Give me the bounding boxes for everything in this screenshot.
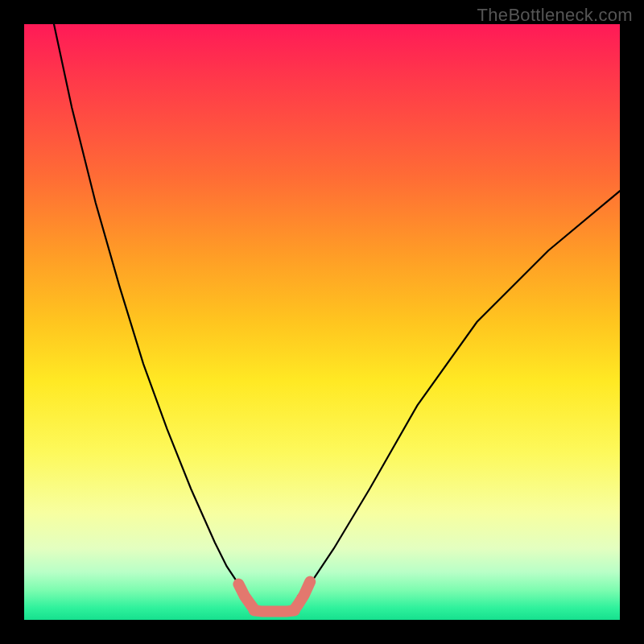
highlight-right bbox=[295, 582, 310, 609]
watermark-text: TheBottleneck.com bbox=[477, 5, 633, 26]
curve-svg bbox=[24, 24, 620, 620]
highlight-bottom bbox=[254, 610, 295, 611]
chart-frame: TheBottleneck.com bbox=[0, 0, 644, 644]
right-curve bbox=[298, 191, 620, 596]
plot-area bbox=[24, 24, 620, 620]
left-curve bbox=[54, 24, 248, 596]
